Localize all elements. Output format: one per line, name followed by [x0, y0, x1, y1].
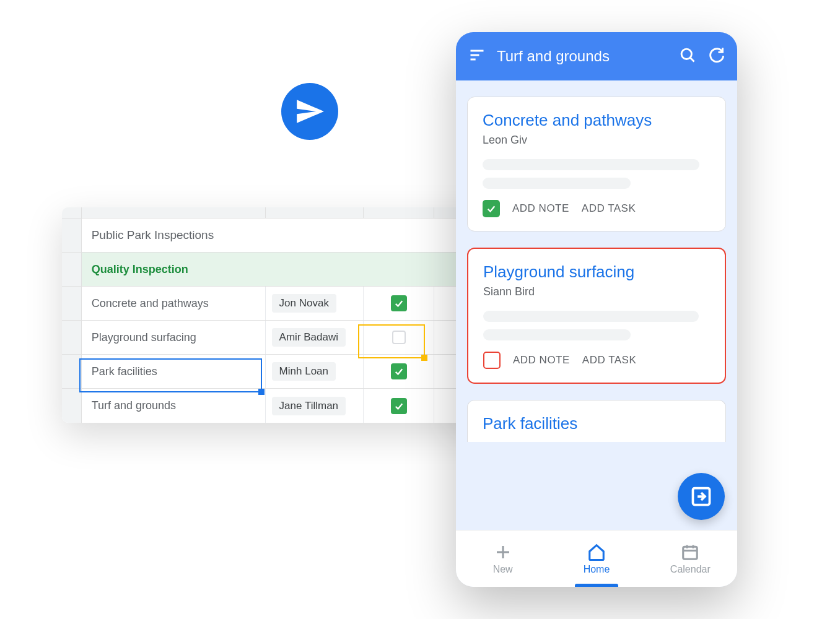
section-header-cell[interactable]: Quality Inspection [82, 253, 514, 286]
assignee-cell[interactable]: Minh Loan [266, 355, 364, 388]
assignee-cell[interactable]: Amir Badawi [266, 321, 364, 354]
empty-checkbox-icon [392, 331, 406, 344]
task-card[interactable]: Concrete and pathways Leon Giv ADD NOTE … [467, 97, 726, 232]
table-row: Concrete and pathways Jon Novak [62, 287, 514, 321]
svg-point-3 [681, 49, 691, 59]
checkmark-icon [391, 363, 407, 379]
add-task-button[interactable]: ADD TASK [582, 354, 636, 366]
status-cell[interactable] [364, 389, 434, 423]
table-row: Playground surfacing Amir Badawi [62, 321, 514, 355]
nav-label: Home [584, 564, 610, 575]
nav-calendar[interactable]: Calendar [644, 530, 737, 587]
card-title: Park facilities [483, 414, 711, 433]
task-card-alert[interactable]: Playground surfacing Siann Bird ADD NOTE… [467, 248, 726, 384]
assignee-chip: Amir Badawi [272, 328, 346, 347]
text-placeholder [483, 311, 699, 322]
nav-new[interactable]: New [456, 530, 549, 587]
svg-rect-8 [683, 547, 698, 559]
table-row: Turf and grounds Jane Tillman [62, 389, 514, 423]
card-title: Playground surfacing [483, 262, 710, 282]
sheet-title-row: Public Park Inspections [62, 219, 514, 253]
text-placeholder [483, 329, 631, 340]
submit-fab-button[interactable] [678, 473, 725, 520]
mobile-header: Turf and grounds [456, 32, 737, 80]
table-row: Park facilities Minh Loan [62, 355, 514, 389]
task-cell[interactable]: Turf and grounds [82, 389, 266, 423]
checkmark-icon[interactable] [483, 200, 500, 217]
add-note-button[interactable]: ADD NOTE [512, 202, 569, 215]
assignee-chip: Minh Loan [272, 362, 336, 381]
text-placeholder [483, 159, 699, 170]
assignee-chip: Jane Tillman [272, 397, 346, 415]
section-header-row: Quality Inspection [62, 253, 514, 287]
assignee-chip: Jon Novak [272, 294, 336, 313]
svg-line-4 [690, 58, 694, 61]
menu-icon[interactable] [468, 46, 486, 66]
paper-plane-icon [281, 83, 338, 140]
assignee-cell[interactable]: Jane Tillman [266, 389, 364, 423]
nav-label: Calendar [670, 564, 711, 575]
add-task-button[interactable]: ADD TASK [582, 202, 636, 215]
add-note-button[interactable]: ADD NOTE [513, 354, 570, 366]
status-cell[interactable] [364, 287, 434, 320]
bottom-nav: New Home Calendar [456, 530, 737, 587]
mobile-header-title: Turf and grounds [497, 48, 668, 65]
sheet-title-cell[interactable]: Public Park Inspections [82, 219, 514, 252]
empty-checkbox-icon[interactable] [483, 352, 501, 369]
card-subtitle: Leon Giv [483, 134, 711, 147]
text-placeholder [483, 178, 631, 189]
refresh-icon[interactable] [707, 46, 725, 66]
task-card[interactable]: Park facilities [467, 400, 726, 442]
active-indicator [575, 584, 618, 587]
task-cell[interactable]: Concrete and pathways [82, 287, 266, 320]
mobile-app-frame: Turf and grounds Concrete and pathways L… [456, 32, 737, 587]
nav-label: New [493, 564, 513, 575]
nav-home[interactable]: Home [549, 530, 643, 587]
status-cell[interactable] [364, 355, 434, 388]
task-cell[interactable]: Playground surfacing [82, 321, 266, 354]
task-cell[interactable]: Park facilities [82, 355, 266, 388]
spreadsheet-panel: Public Park Inspections Quality Inspecti… [62, 207, 514, 423]
card-subtitle: Siann Bird [483, 285, 710, 298]
checkmark-icon [391, 295, 407, 311]
status-cell[interactable] [364, 321, 434, 354]
card-title: Concrete and pathways [483, 111, 711, 130]
checkmark-icon [391, 398, 407, 414]
search-icon[interactable] [679, 46, 696, 66]
mobile-content-area: Concrete and pathways Leon Giv ADD NOTE … [456, 80, 737, 530]
assignee-cell[interactable]: Jon Novak [266, 287, 364, 320]
